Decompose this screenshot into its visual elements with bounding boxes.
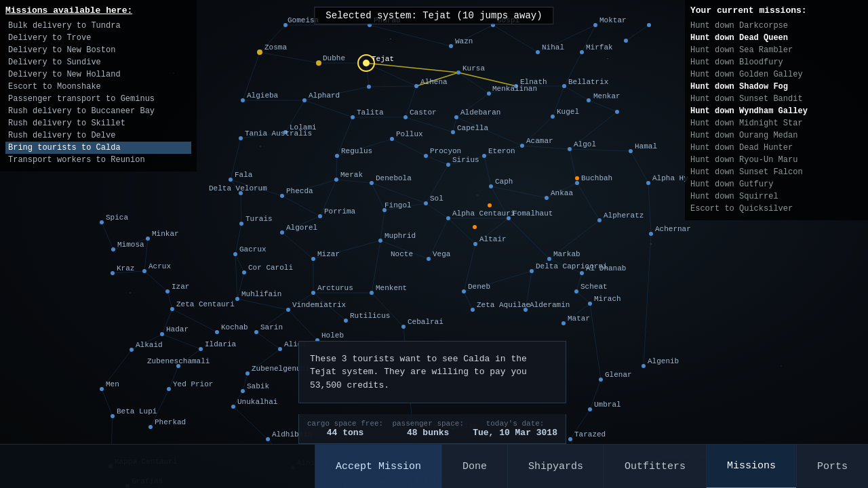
svg-line-84 — [144, 271, 167, 291]
mission-list-item[interactable]: Passenger transport to Geminus — [5, 93, 191, 105]
svg-point-184 — [239, 222, 243, 226]
svg-point-190 — [378, 239, 382, 243]
svg-text:Kraz: Kraz — [117, 264, 134, 272]
svg-line-95 — [576, 291, 590, 304]
svg-line-6 — [493, 25, 538, 52]
current-mission-list-item[interactable]: Escort to Quicksilver — [690, 203, 863, 215]
current-mission-list-item[interactable]: Hunt down Gutfury — [690, 178, 863, 190]
svg-point-146 — [367, 85, 371, 89]
svg-point-226 — [231, 405, 235, 409]
svg-point-192 — [473, 242, 477, 246]
svg-text:Mizar: Mizar — [317, 250, 340, 258]
svg-line-49 — [336, 180, 372, 183]
mission-list-item[interactable]: Delivery to Trove — [5, 32, 191, 44]
current-mission-list-item[interactable]: Hunt down Squirrel — [690, 190, 863, 203]
current-mission-list-item[interactable]: Hunt down Ourang Medan — [690, 129, 863, 142]
svg-point-230 — [588, 407, 592, 411]
svg-point-181 — [597, 218, 601, 222]
svg-text:Muhlifain: Muhlifain — [241, 290, 281, 298]
mission-list-item[interactable]: Rush delivery to Delve — [5, 129, 191, 142]
svg-line-44 — [570, 149, 631, 151]
svg-point-139 — [580, 50, 584, 54]
svg-text:Mirfak: Mirfak — [586, 43, 613, 52]
mission-list-item[interactable]: Rush delivery to Skillet — [5, 117, 191, 129]
mission-list-item[interactable]: Transport workers to Reunion — [5, 154, 191, 166]
current-mission-list-item[interactable]: Hunt down Shadow Fog — [690, 81, 863, 93]
svg-point-135 — [449, 44, 453, 48]
current-mission-list-item[interactable]: Hunt down Bloodfury — [690, 56, 863, 68]
current-mission-list-item[interactable]: Hunt down Dead Hunter — [690, 142, 863, 154]
svg-text:Turais: Turais — [245, 215, 273, 223]
svg-line-13 — [260, 52, 319, 63]
current-mission-list: Hunt down DarkcorpseHunt down Dead Queen… — [690, 20, 863, 215]
svg-text:Sol: Sol — [430, 195, 443, 203]
svg-point-162 — [446, 163, 450, 167]
svg-point-132 — [316, 60, 321, 66]
current-mission-list-item[interactable]: Hunt down Midnight Star — [690, 117, 863, 129]
ports-button[interactable]: Ports — [796, 445, 868, 489]
passenger-value: 48 bunks — [392, 428, 464, 438]
svg-text:Merak: Merak — [340, 171, 363, 179]
mission-list-item[interactable]: Rush delivery to Buccaneer Bay — [5, 105, 191, 117]
shipyards-button[interactable]: Shipyards — [507, 445, 604, 489]
missions-available-panel: Missions available here: Bulk delivery t… — [0, 0, 197, 171]
current-mission-list-item[interactable]: Hunt down Darkcorpse — [690, 20, 863, 32]
missions-button[interactable]: Missions — [706, 445, 796, 489]
outfitters-button[interactable]: Outfitters — [604, 445, 706, 489]
svg-text:Yed Prior: Yed Prior — [173, 380, 213, 388]
svg-text:Umbral: Umbral — [594, 401, 621, 409]
current-mission-list-item[interactable]: Hunt down Dead Queen — [690, 32, 863, 44]
svg-point-165 — [568, 147, 572, 151]
svg-text:Mirach: Mirach — [594, 295, 621, 303]
svg-text:Minkar: Minkar — [152, 230, 179, 238]
current-missions-panel: Your current missions: Hunt down Darkcor… — [685, 0, 868, 220]
done-button[interactable]: Done — [441, 445, 507, 489]
current-mission-list-item[interactable]: Hunt down Wyndham Galley — [690, 105, 863, 117]
svg-line-66 — [648, 183, 651, 234]
mission-list-item[interactable]: Escort to Moonshake — [5, 81, 191, 93]
svg-text:Algorel: Algorel — [286, 224, 317, 232]
svg-text:Hamal: Hamal — [635, 142, 657, 150]
svg-text:Rutilicus: Rutilicus — [350, 312, 390, 320]
mission-list-item[interactable]: Bulk delivery to Tundra — [5, 20, 191, 32]
accept-mission-button[interactable]: Accept Mission — [315, 445, 441, 489]
mission-list-item[interactable]: Delivery to New Boston — [5, 44, 191, 56]
current-mission-list-item[interactable]: Hunt down Ryou-Un Maru — [690, 154, 863, 166]
current-mission-list-item[interactable]: Hunt down Sea Rambler — [690, 44, 863, 56]
svg-point-155 — [551, 115, 555, 119]
svg-point-160 — [390, 137, 394, 141]
svg-text:Deneb: Deneb — [468, 283, 490, 291]
svg-text:Markab: Markab — [553, 250, 580, 258]
svg-text:Alphard: Alphard — [309, 92, 340, 100]
current-mission-list-item[interactable]: Hunt down Sunset Bandit — [690, 93, 863, 105]
svg-line-96 — [167, 291, 172, 309]
svg-point-174 — [646, 181, 650, 185]
svg-point-163 — [482, 154, 486, 158]
mission-list-item[interactable]: Delivery to New Holland — [5, 68, 191, 81]
svg-point-151 — [351, 115, 355, 119]
svg-point-176 — [424, 201, 428, 205]
svg-text:Zeta Centauri: Zeta Centauri — [176, 300, 235, 308]
svg-point-194 — [233, 252, 237, 256]
svg-line-28 — [453, 117, 456, 132]
svg-text:Pherkad: Pherkad — [155, 418, 186, 426]
current-mission-list-item[interactable]: Hunt down Sunset Falcon — [690, 166, 863, 178]
svg-line-121 — [233, 407, 268, 439]
svg-line-85 — [235, 254, 237, 299]
svg-point-209 — [471, 308, 475, 312]
svg-text:Altair: Altair — [479, 235, 507, 243]
svg-text:Delta Velorum: Delta Velorum — [209, 184, 267, 192]
svg-line-16 — [369, 86, 416, 87]
svg-point-229 — [266, 437, 270, 441]
bottom-bar: Accept Mission Done Shipyards Outfitters… — [0, 444, 868, 488]
mission-list-item[interactable]: Delivery to Sundive — [5, 56, 191, 68]
svg-text:Algenib: Algenib — [648, 357, 679, 365]
svg-text:Kursa: Kursa — [462, 64, 485, 73]
svg-point-154 — [451, 130, 455, 134]
current-mission-list-item[interactable]: Hunt down Golden Galley — [690, 68, 863, 81]
svg-point-186 — [111, 247, 115, 251]
svg-text:Acrux: Acrux — [149, 262, 171, 270]
svg-text:Acamar: Acamar — [526, 137, 553, 145]
mission-list-item[interactable]: Bring tourists to Calda — [5, 142, 191, 154]
svg-text:Porrima: Porrima — [324, 207, 356, 216]
